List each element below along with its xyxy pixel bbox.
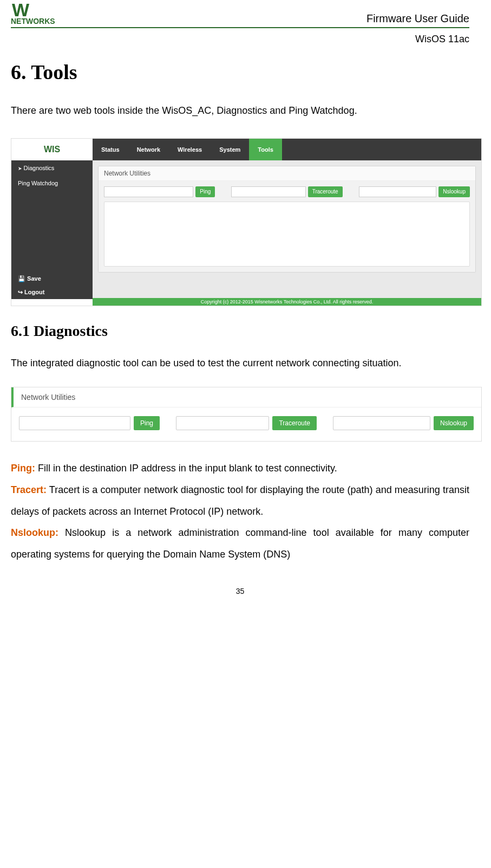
nslookup-term: Nslookup:: [11, 527, 58, 538]
heading-tools: 6. Tools: [11, 60, 469, 84]
sidebar-logout[interactable]: ↪ Logout: [11, 286, 93, 299]
screenshot-network-utilities: Network Utilities Ping Traceroute Nslook…: [11, 387, 482, 442]
brand-sub: NETWORKS: [11, 17, 55, 25]
ping-term: Ping:: [11, 463, 35, 474]
ping-input-zoom[interactable]: [19, 416, 130, 430]
heading-diagnostics: 6.1 Diagnostics: [11, 322, 469, 340]
nslookup-button[interactable]: Nslookup: [438, 186, 470, 197]
sidebar-item-ping-watchdog[interactable]: Ping Watchdog: [11, 176, 93, 191]
guide-title: Firmware User Guide: [366, 12, 469, 25]
guide-subtitle: WisOS 11ac: [11, 34, 469, 45]
traceroute-button-zoom[interactable]: Traceroute: [272, 416, 317, 430]
nav-system[interactable]: System: [211, 139, 249, 160]
intro-paragraph: There are two web tools inside the WisOS…: [11, 100, 469, 122]
nslookup-definition: Nslookup: Nslookup is a network administ…: [11, 522, 469, 565]
app-logo: WIS: [11, 139, 93, 160]
ping-button[interactable]: Ping: [195, 186, 215, 197]
nslookup-input-zoom[interactable]: [333, 416, 430, 430]
ping-input[interactable]: [104, 186, 193, 197]
nav-network[interactable]: Network: [128, 139, 169, 160]
sidebar: Diagnostics Ping Watchdog 💾 Save ↪ Logou…: [11, 160, 93, 299]
sidebar-item-diagnostics[interactable]: Diagnostics: [11, 160, 93, 176]
sidebar-save[interactable]: 💾 Save: [11, 272, 93, 286]
wifi-icon: W: [12, 3, 55, 17]
brand-logo: W NETWORKS: [11, 3, 55, 25]
output-area: [104, 202, 470, 267]
screenshot-full-app: WIS Status Network Wireless System Tools…: [11, 138, 482, 306]
ping-definition: Ping: Fill in the destination IP address…: [11, 458, 469, 480]
panel-title: Network Utilities: [99, 166, 475, 181]
traceroute-input[interactable]: [231, 186, 305, 197]
panel-title-zoom: Network Utilities: [11, 387, 481, 407]
traceroute-button[interactable]: Traceroute: [308, 186, 343, 197]
app-copyright: Copyright (c) 2012-2015 Wisnetworks Tech…: [93, 298, 481, 306]
page-number: 35: [11, 587, 469, 595]
tracert-term: Tracert:: [11, 484, 47, 495]
ping-button-zoom[interactable]: Ping: [134, 416, 160, 430]
nav-tools[interactable]: Tools: [249, 139, 282, 160]
nav-status[interactable]: Status: [93, 139, 128, 160]
nslookup-button-zoom[interactable]: Nslookup: [434, 416, 474, 430]
diagnostics-paragraph: The integrated diagnostic tool can be us…: [11, 353, 469, 374]
nav-wireless[interactable]: Wireless: [169, 139, 211, 160]
nslookup-input[interactable]: [359, 186, 437, 197]
traceroute-input-zoom[interactable]: [176, 416, 269, 430]
tracert-definition: Tracert: Tracert is a computer network d…: [11, 480, 469, 522]
doc-header: W NETWORKS Firmware User Guide: [11, 3, 469, 28]
